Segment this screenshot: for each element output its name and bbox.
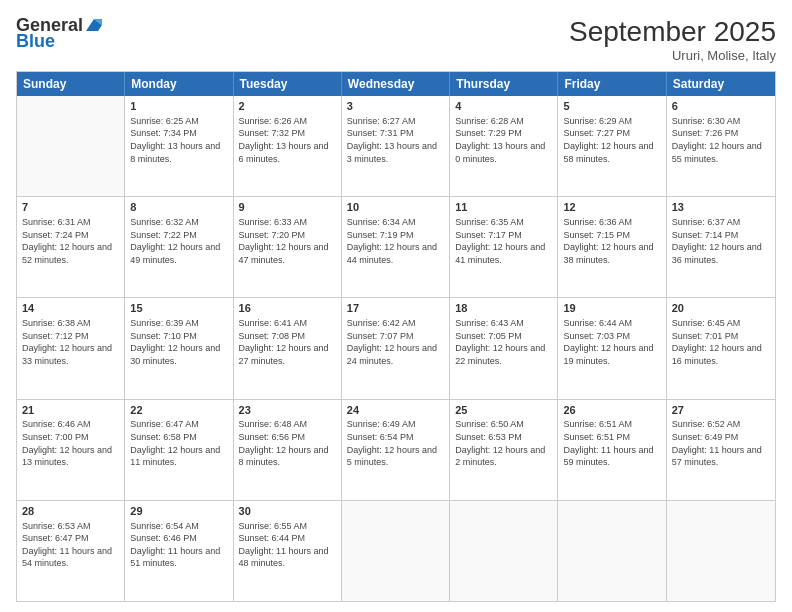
cell-info: Sunrise: 6:51 AMSunset: 6:51 PMDaylight:… — [563, 418, 660, 468]
calendar: Sunday Monday Tuesday Wednesday Thursday… — [16, 71, 776, 602]
cal-cell-1-0: 7Sunrise: 6:31 AMSunset: 7:24 PMDaylight… — [17, 197, 125, 297]
cal-cell-4-5 — [558, 501, 666, 601]
cal-cell-0-2: 2Sunrise: 6:26 AMSunset: 7:32 PMDaylight… — [234, 96, 342, 196]
weekday-thursday: Thursday — [450, 72, 558, 96]
day-number: 13 — [672, 200, 770, 215]
cell-info: Sunrise: 6:54 AMSunset: 6:46 PMDaylight:… — [130, 520, 227, 570]
cell-info: Sunrise: 6:26 AMSunset: 7:32 PMDaylight:… — [239, 115, 336, 165]
day-number: 27 — [672, 403, 770, 418]
weekday-tuesday: Tuesday — [234, 72, 342, 96]
cal-cell-3-5: 26Sunrise: 6:51 AMSunset: 6:51 PMDayligh… — [558, 400, 666, 500]
cell-info: Sunrise: 6:31 AMSunset: 7:24 PMDaylight:… — [22, 216, 119, 266]
day-number: 3 — [347, 99, 444, 114]
cal-row-4: 28Sunrise: 6:53 AMSunset: 6:47 PMDayligh… — [17, 500, 775, 601]
cal-cell-4-2: 30Sunrise: 6:55 AMSunset: 6:44 PMDayligh… — [234, 501, 342, 601]
cal-cell-1-5: 12Sunrise: 6:36 AMSunset: 7:15 PMDayligh… — [558, 197, 666, 297]
day-number: 21 — [22, 403, 119, 418]
cal-cell-2-1: 15Sunrise: 6:39 AMSunset: 7:10 PMDayligh… — [125, 298, 233, 398]
day-number: 2 — [239, 99, 336, 114]
cal-cell-1-6: 13Sunrise: 6:37 AMSunset: 7:14 PMDayligh… — [667, 197, 775, 297]
cell-info: Sunrise: 6:29 AMSunset: 7:27 PMDaylight:… — [563, 115, 660, 165]
cell-info: Sunrise: 6:46 AMSunset: 7:00 PMDaylight:… — [22, 418, 119, 468]
cell-info: Sunrise: 6:28 AMSunset: 7:29 PMDaylight:… — [455, 115, 552, 165]
cal-cell-3-3: 24Sunrise: 6:49 AMSunset: 6:54 PMDayligh… — [342, 400, 450, 500]
cal-cell-3-4: 25Sunrise: 6:50 AMSunset: 6:53 PMDayligh… — [450, 400, 558, 500]
cal-cell-4-0: 28Sunrise: 6:53 AMSunset: 6:47 PMDayligh… — [17, 501, 125, 601]
day-number: 8 — [130, 200, 227, 215]
cell-info: Sunrise: 6:45 AMSunset: 7:01 PMDaylight:… — [672, 317, 770, 367]
cal-row-1: 7Sunrise: 6:31 AMSunset: 7:24 PMDaylight… — [17, 196, 775, 297]
cal-cell-2-6: 20Sunrise: 6:45 AMSunset: 7:01 PMDayligh… — [667, 298, 775, 398]
day-number: 29 — [130, 504, 227, 519]
cell-info: Sunrise: 6:37 AMSunset: 7:14 PMDaylight:… — [672, 216, 770, 266]
cal-cell-1-4: 11Sunrise: 6:35 AMSunset: 7:17 PMDayligh… — [450, 197, 558, 297]
cal-cell-1-3: 10Sunrise: 6:34 AMSunset: 7:19 PMDayligh… — [342, 197, 450, 297]
calendar-body: 1Sunrise: 6:25 AMSunset: 7:34 PMDaylight… — [17, 96, 775, 601]
cell-info: Sunrise: 6:30 AMSunset: 7:26 PMDaylight:… — [672, 115, 770, 165]
day-number: 11 — [455, 200, 552, 215]
cell-info: Sunrise: 6:35 AMSunset: 7:17 PMDaylight:… — [455, 216, 552, 266]
cal-cell-4-1: 29Sunrise: 6:54 AMSunset: 6:46 PMDayligh… — [125, 501, 233, 601]
cell-info: Sunrise: 6:27 AMSunset: 7:31 PMDaylight:… — [347, 115, 444, 165]
day-number: 1 — [130, 99, 227, 114]
logo-icon — [84, 15, 104, 35]
weekday-friday: Friday — [558, 72, 666, 96]
weekday-monday: Monday — [125, 72, 233, 96]
day-number: 19 — [563, 301, 660, 316]
day-number: 9 — [239, 200, 336, 215]
location: Ururi, Molise, Italy — [569, 48, 776, 63]
month-title: September 2025 — [569, 16, 776, 48]
cell-info: Sunrise: 6:34 AMSunset: 7:19 PMDaylight:… — [347, 216, 444, 266]
cal-cell-0-3: 3Sunrise: 6:27 AMSunset: 7:31 PMDaylight… — [342, 96, 450, 196]
cal-cell-2-4: 18Sunrise: 6:43 AMSunset: 7:05 PMDayligh… — [450, 298, 558, 398]
day-number: 17 — [347, 301, 444, 316]
header: General Blue September 2025 Ururi, Molis… — [16, 16, 776, 63]
cell-info: Sunrise: 6:25 AMSunset: 7:34 PMDaylight:… — [130, 115, 227, 165]
cell-info: Sunrise: 6:44 AMSunset: 7:03 PMDaylight:… — [563, 317, 660, 367]
cell-info: Sunrise: 6:52 AMSunset: 6:49 PMDaylight:… — [672, 418, 770, 468]
cell-info: Sunrise: 6:33 AMSunset: 7:20 PMDaylight:… — [239, 216, 336, 266]
day-number: 18 — [455, 301, 552, 316]
cell-info: Sunrise: 6:48 AMSunset: 6:56 PMDaylight:… — [239, 418, 336, 468]
cal-cell-4-4 — [450, 501, 558, 601]
cal-cell-0-5: 5Sunrise: 6:29 AMSunset: 7:27 PMDaylight… — [558, 96, 666, 196]
day-number: 7 — [22, 200, 119, 215]
cal-cell-0-1: 1Sunrise: 6:25 AMSunset: 7:34 PMDaylight… — [125, 96, 233, 196]
day-number: 22 — [130, 403, 227, 418]
cal-cell-0-6: 6Sunrise: 6:30 AMSunset: 7:26 PMDaylight… — [667, 96, 775, 196]
cal-cell-2-0: 14Sunrise: 6:38 AMSunset: 7:12 PMDayligh… — [17, 298, 125, 398]
cell-info: Sunrise: 6:43 AMSunset: 7:05 PMDaylight:… — [455, 317, 552, 367]
day-number: 25 — [455, 403, 552, 418]
cal-row-2: 14Sunrise: 6:38 AMSunset: 7:12 PMDayligh… — [17, 297, 775, 398]
cell-info: Sunrise: 6:38 AMSunset: 7:12 PMDaylight:… — [22, 317, 119, 367]
day-number: 14 — [22, 301, 119, 316]
cal-cell-3-0: 21Sunrise: 6:46 AMSunset: 7:00 PMDayligh… — [17, 400, 125, 500]
logo-blue: Blue — [16, 32, 55, 52]
day-number: 23 — [239, 403, 336, 418]
day-number: 16 — [239, 301, 336, 316]
cell-info: Sunrise: 6:39 AMSunset: 7:10 PMDaylight:… — [130, 317, 227, 367]
cell-info: Sunrise: 6:53 AMSunset: 6:47 PMDaylight:… — [22, 520, 119, 570]
cell-info: Sunrise: 6:41 AMSunset: 7:08 PMDaylight:… — [239, 317, 336, 367]
cal-row-3: 21Sunrise: 6:46 AMSunset: 7:00 PMDayligh… — [17, 399, 775, 500]
cal-cell-3-2: 23Sunrise: 6:48 AMSunset: 6:56 PMDayligh… — [234, 400, 342, 500]
day-number: 28 — [22, 504, 119, 519]
page: General Blue September 2025 Ururi, Molis… — [0, 0, 792, 612]
cal-cell-1-1: 8Sunrise: 6:32 AMSunset: 7:22 PMDaylight… — [125, 197, 233, 297]
day-number: 26 — [563, 403, 660, 418]
day-number: 24 — [347, 403, 444, 418]
day-number: 10 — [347, 200, 444, 215]
cal-cell-1-2: 9Sunrise: 6:33 AMSunset: 7:20 PMDaylight… — [234, 197, 342, 297]
cal-cell-3-6: 27Sunrise: 6:52 AMSunset: 6:49 PMDayligh… — [667, 400, 775, 500]
title-block: September 2025 Ururi, Molise, Italy — [569, 16, 776, 63]
day-number: 5 — [563, 99, 660, 114]
day-number: 20 — [672, 301, 770, 316]
day-number: 6 — [672, 99, 770, 114]
weekday-wednesday: Wednesday — [342, 72, 450, 96]
logo: General Blue — [16, 16, 104, 52]
cell-info: Sunrise: 6:36 AMSunset: 7:15 PMDaylight:… — [563, 216, 660, 266]
day-number: 4 — [455, 99, 552, 114]
weekday-saturday: Saturday — [667, 72, 775, 96]
calendar-header: Sunday Monday Tuesday Wednesday Thursday… — [17, 72, 775, 96]
cal-row-0: 1Sunrise: 6:25 AMSunset: 7:34 PMDaylight… — [17, 96, 775, 196]
